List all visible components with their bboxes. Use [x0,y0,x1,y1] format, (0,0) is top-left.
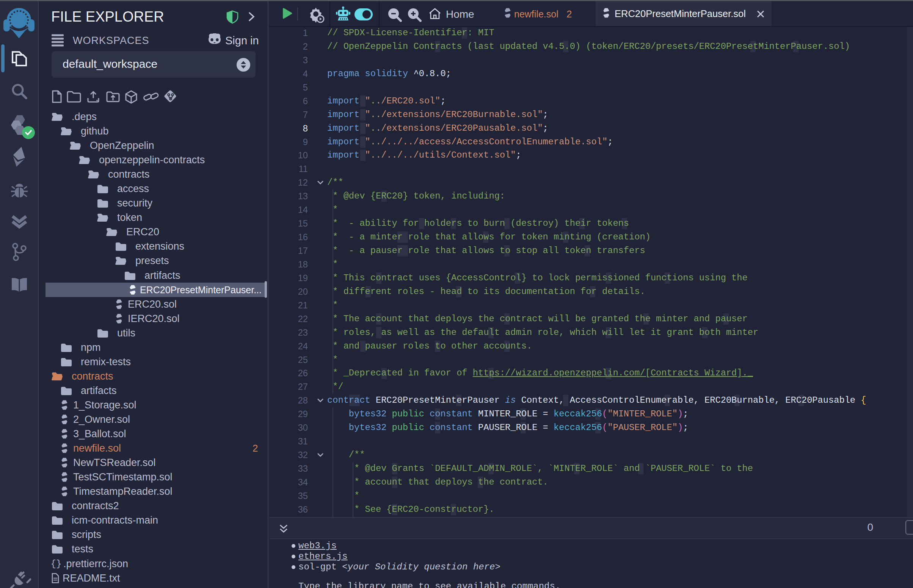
svg-text:{}: {} [51,559,61,569]
